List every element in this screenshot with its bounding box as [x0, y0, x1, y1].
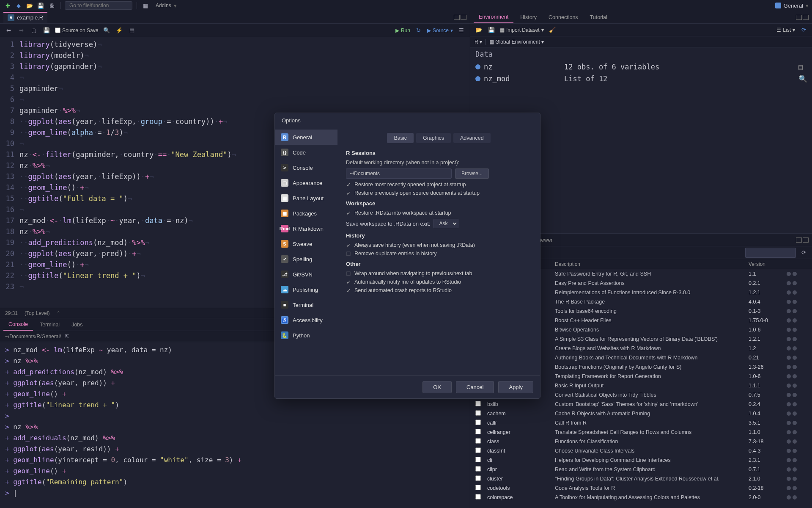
nav-accessibility[interactable]: ♿Accessibility — [275, 312, 337, 328]
pkg-checkbox[interactable] — [475, 485, 481, 490]
wd-input[interactable] — [346, 168, 452, 179]
remove-icon[interactable] — [793, 439, 797, 444]
web-icon[interactable] — [787, 374, 791, 378]
pkg-row[interactable]: cluster"Finding Groups in Data": Cluster… — [470, 474, 812, 483]
chk-restore-rdata[interactable]: ✓Restore .RData into workspace at startu… — [346, 210, 532, 216]
chk-restore-docs[interactable]: ✓Restore previously open source document… — [346, 190, 532, 196]
remove-icon[interactable] — [793, 449, 797, 453]
new-project-icon[interactable]: ◆ — [14, 1, 23, 10]
web-icon[interactable] — [787, 290, 791, 295]
chk-save-history[interactable]: ✓Always save history (even when not savi… — [346, 242, 532, 248]
find-icon[interactable]: 🔍 — [102, 26, 111, 35]
pkg-checkbox[interactable] — [475, 447, 481, 453]
source-button[interactable]: ▶ Source ▾ — [427, 28, 453, 33]
outline-icon[interactable]: ☰ — [457, 26, 466, 35]
source-on-save-checkbox[interactable]: Source on Save — [55, 28, 98, 33]
remove-icon[interactable] — [793, 365, 797, 369]
pkg-search-input[interactable] — [745, 248, 796, 258]
cancel-button[interactable]: Cancel — [456, 381, 494, 393]
pkg-row[interactable]: classIntChoose Univariate Class Interval… — [470, 446, 812, 456]
web-icon[interactable] — [787, 402, 791, 406]
remove-icon[interactable] — [793, 337, 797, 341]
web-icon[interactable] — [787, 281, 791, 285]
browse-button[interactable]: Browse... — [455, 168, 489, 179]
env-item[interactable]: nz12 obs. of 6 variables▤ — [475, 61, 807, 73]
run-button[interactable]: ▶ Run — [395, 28, 410, 33]
tab-environment[interactable]: Environment — [474, 11, 513, 23]
print-icon[interactable]: 🖶 — [47, 1, 56, 10]
notebook-icon[interactable]: ▤ — [128, 26, 136, 35]
import-dataset-button[interactable]: ▦ Import Dataset ▾ — [500, 27, 544, 33]
remove-icon[interactable] — [793, 402, 797, 406]
web-icon[interactable] — [787, 449, 791, 453]
remove-icon[interactable] — [793, 467, 797, 472]
web-icon[interactable] — [787, 346, 791, 351]
subtab-advanced[interactable]: Advanced — [453, 133, 491, 143]
maximize-pane-icon[interactable] — [461, 15, 466, 20]
pkg-row[interactable]: colorspaceA Toolbox for Manipulating and… — [470, 493, 812, 502]
tab-jobs[interactable]: Jobs — [66, 319, 88, 330]
web-icon[interactable] — [787, 495, 791, 500]
pkg-checkbox[interactable] — [475, 466, 481, 472]
web-icon[interactable] — [787, 300, 791, 304]
web-icon[interactable] — [787, 421, 791, 425]
ok-button[interactable]: OK — [422, 381, 452, 393]
broom-icon[interactable]: 🧹 — [548, 26, 557, 34]
subtab-basic[interactable]: Basic — [387, 133, 414, 143]
tab-history[interactable]: History — [515, 12, 542, 23]
maximize-pane-icon[interactable] — [803, 15, 809, 20]
web-icon[interactable] — [787, 365, 791, 369]
pkg-row[interactable]: bslibCustom 'Bootstrap' 'Sass' Themes fo… — [470, 400, 812, 409]
nav-terminal[interactable]: ■Terminal — [275, 297, 337, 312]
nav-console[interactable]: >Console — [275, 160, 337, 175]
remove-icon[interactable] — [793, 486, 797, 490]
web-icon[interactable] — [787, 430, 791, 434]
pkg-checkbox[interactable] — [475, 420, 481, 425]
nav-spelling[interactable]: ✓Spelling — [275, 251, 337, 267]
env-scope[interactable]: ▦ Global Environment ▾ — [489, 39, 544, 45]
console-popup-icon[interactable]: ⇱ — [63, 332, 71, 341]
web-icon[interactable] — [787, 477, 791, 481]
chk-wrap[interactable]: ☐Wrap around when navigating to previous… — [346, 271, 532, 276]
remove-icon[interactable] — [793, 272, 797, 276]
r-scope[interactable]: R ▾ — [475, 39, 482, 45]
web-icon[interactable] — [787, 467, 791, 472]
back-icon[interactable]: ⬅ — [4, 26, 13, 35]
new-file-icon[interactable]: ✚ — [3, 1, 12, 10]
rerun-icon[interactable]: ↻ — [414, 26, 423, 35]
web-icon[interactable] — [787, 337, 791, 341]
remove-icon[interactable] — [793, 356, 797, 360]
pkg-checkbox[interactable] — [475, 475, 481, 481]
refresh-pkg-icon[interactable]: ⟳ — [799, 248, 808, 257]
remove-icon[interactable] — [793, 300, 797, 304]
remove-icon[interactable] — [793, 384, 797, 388]
chk-crash[interactable]: ✓Send automated crash reports to RStudio — [346, 287, 532, 293]
save-env-icon[interactable]: 💾 — [487, 26, 496, 34]
nav-pane-layout[interactable]: ▤Pane Layout — [275, 190, 337, 206]
pkg-row[interactable]: cachemCache R Objects with Automatic Pru… — [470, 409, 812, 418]
remove-icon[interactable] — [793, 393, 797, 397]
web-icon[interactable] — [787, 439, 791, 444]
web-icon[interactable] — [787, 309, 791, 313]
chk-restore-project[interactable]: ✓Restore most recently opened project at… — [346, 182, 532, 188]
remove-icon[interactable] — [793, 309, 797, 313]
nav-git-svn[interactable]: ⎇Git/SVN — [275, 267, 337, 282]
load-icon[interactable]: 📂 — [475, 26, 483, 34]
refresh-icon[interactable]: ⟳ — [799, 26, 808, 34]
remove-icon[interactable] — [793, 430, 797, 434]
minimize-pane-icon[interactable] — [796, 237, 802, 243]
forward-icon[interactable]: ➡ — [17, 26, 25, 35]
show-new-window-icon[interactable]: ▢ — [30, 26, 38, 35]
pkg-row[interactable]: classFunctions for Classification7.3-18 — [470, 437, 812, 446]
tab-tutorial[interactable]: Tutorial — [585, 12, 612, 23]
search-icon[interactable]: 🔍 — [798, 75, 807, 83]
web-icon[interactable] — [787, 328, 791, 332]
web-icon[interactable] — [787, 458, 791, 462]
nav-r-markdown[interactable]: RmdR Markdown — [275, 221, 337, 236]
web-icon[interactable] — [787, 356, 791, 360]
nav-code[interactable]: {}Code — [275, 145, 337, 160]
view-mode[interactable]: ☰ List ▾ — [776, 27, 795, 33]
nav-publishing[interactable]: ☁Publishing — [275, 282, 337, 297]
save-file-icon[interactable]: 💾 — [42, 26, 51, 35]
pkg-row[interactable]: codetoolsCode Analysis Tools for R0.2-18 — [470, 483, 812, 493]
